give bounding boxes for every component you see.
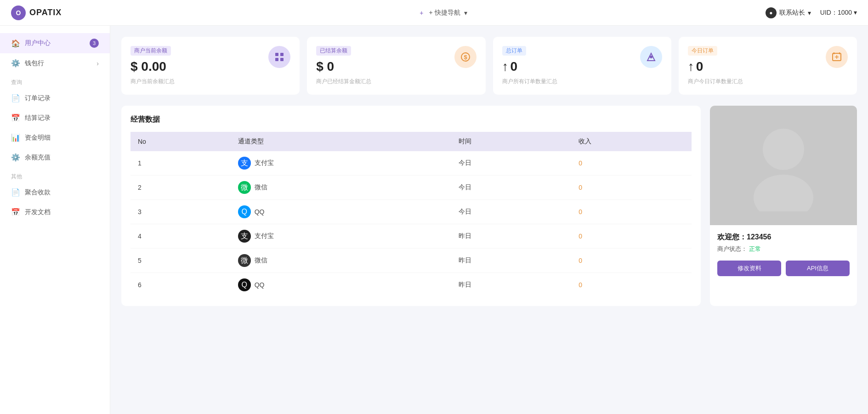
sidebar-label-dev-docs: 开发文档 — [25, 208, 51, 216]
sidebar-label-wallet: 钱包行 — [25, 59, 44, 68]
sidebar-item-aggregate[interactable]: 📄 聚合收款 — [0, 182, 110, 202]
settlement-icon: 📅 — [11, 113, 20, 122]
sidebar-label-settlement: 结算记录 — [25, 114, 51, 122]
cell-income: 0 — [571, 151, 692, 176]
sidebar-item-funds[interactable]: 📊 资金明细 — [0, 128, 110, 147]
stats-row: 商户当前余额 $ 0.00 商户当前余额汇总 已结算余额 $ 0 商户已经结算金… — [121, 37, 857, 95]
profile-card: 欢迎您：123456 商户状态： 正常 修改资料 API信息 — [710, 106, 857, 306]
quick-nav-label: + 快捷导航 — [429, 9, 460, 17]
sidebar-label-recharge: 余额充值 — [25, 153, 51, 162]
channel-name: 微信 — [255, 256, 267, 265]
aggregate-icon: 📄 — [11, 188, 20, 197]
channel-name: QQ — [255, 208, 265, 216]
sidebar-item-wallet[interactable]: ⚙️ 钱包行 › — [0, 53, 110, 73]
stat-desc-balance: 商户当前余额汇总 — [130, 78, 290, 85]
sidebar-badge-user-center: 3 — [90, 39, 99, 48]
cell-time: 昨日 — [451, 224, 572, 249]
section-label-query: 查询 — [0, 73, 110, 88]
contact-arrow-icon: ▾ — [808, 9, 811, 17]
home-icon: 🏠 — [11, 39, 20, 48]
svg-rect-1 — [280, 53, 284, 56]
quick-nav[interactable]: + + 快捷导航 ▾ — [420, 9, 467, 17]
cell-no: 6 — [130, 273, 231, 297]
channel-icon-alipay: 支 — [238, 157, 251, 170]
cell-time: 今日 — [451, 200, 572, 224]
table-row: 3 Q QQ 今日 0 — [130, 200, 692, 224]
stat-value-total-orders: ↑ 0 — [502, 59, 662, 74]
stat-tag-balance: 商户当前余额 — [130, 46, 171, 56]
sidebar-item-recharge[interactable]: ⚙️ 余额充值 — [0, 147, 110, 167]
status-value: 正常 — [749, 245, 761, 252]
cell-no: 3 — [130, 200, 231, 224]
cell-no: 5 — [130, 249, 231, 273]
main-content: 商户当前余额 $ 0.00 商户当前余额汇总 已结算余额 $ 0 商户已经结算金… — [110, 26, 868, 414]
channel-cell: 微 微信 — [238, 254, 444, 267]
api-info-button[interactable]: API信息 — [786, 261, 850, 276]
channel-icon-zfb-dark: 支 — [238, 230, 251, 243]
channel-icon-wx-dark: 微 — [238, 254, 251, 267]
cell-no: 1 — [130, 151, 231, 176]
stat-desc-settled: 商户已经结算金额汇总 — [316, 78, 476, 85]
table-section: 经营数据 No 通道类型 时间 收入 1 支 — [121, 106, 701, 306]
channel-name: 微信 — [255, 183, 267, 192]
section-label-other: 其他 — [0, 167, 110, 182]
contact-label: 联系站长 — [779, 9, 805, 17]
uid-display[interactable]: UID：1000 ▾ — [820, 9, 857, 17]
uid-label: UID：1000 — [820, 9, 852, 16]
stat-card-settled: 已结算余额 $ 0 商户已经结算金额汇总 $ — [307, 37, 485, 95]
stat-icon-total-orders — [640, 46, 662, 68]
stat-desc-total-orders: 商户所有订单数量汇总 — [502, 78, 662, 85]
sidebar-item-dev-docs[interactable]: 📅 开发文档 — [0, 202, 110, 222]
contact-icon: ● — [766, 7, 777, 18]
table-row: 1 支 支付宝 今日 0 — [130, 151, 692, 176]
arrow-up-total-icon: ↑ — [502, 59, 509, 74]
stat-tag-total-orders: 总订单 — [502, 46, 526, 56]
contact-button[interactable]: ● 联系站长 ▾ — [766, 7, 811, 18]
stat-tag-today-orders: 今日订单 — [688, 46, 717, 56]
stat-icon-settled: $ — [454, 46, 477, 68]
cell-channel: 微 微信 — [231, 249, 451, 273]
recharge-icon: ⚙️ — [11, 153, 20, 162]
dev-docs-icon: 📅 — [11, 208, 20, 216]
channel-cell: 微 微信 — [238, 181, 444, 194]
stat-value-today-orders: ↑ 0 — [688, 59, 848, 74]
avatar-svg — [747, 119, 820, 211]
uid-arrow-icon: ▾ — [854, 9, 857, 16]
col-income: 收入 — [571, 132, 692, 151]
sidebar-item-settlement[interactable]: 📅 结算记录 — [0, 108, 110, 128]
table-row: 2 微 微信 今日 0 — [130, 176, 692, 200]
sidebar-item-orders[interactable]: 📄 订单记录 — [0, 88, 110, 108]
sidebar-item-user-center[interactable]: 🏠 用户中心 3 — [0, 33, 110, 53]
table-row: 5 微 微信 昨日 0 — [130, 249, 692, 273]
channel-cell: Q QQ — [238, 205, 444, 218]
sidebar-label-orders: 订单记录 — [25, 94, 51, 102]
svg-text:$: $ — [464, 54, 467, 61]
arrow-up-today-icon: ↑ — [688, 59, 694, 74]
logo-icon: O — [11, 6, 26, 20]
cell-channel: Q QQ — [231, 273, 451, 297]
sidebar-label-funds: 资金明细 — [25, 134, 51, 142]
sidebar-label-user-center: 用户中心 — [25, 39, 51, 47]
svg-point-9 — [754, 175, 813, 211]
col-no: No — [130, 132, 231, 151]
edit-profile-button[interactable]: 修改资料 — [717, 261, 781, 276]
channel-icon-qq: Q — [238, 205, 251, 218]
col-channel: 通道类型 — [231, 132, 451, 151]
sidebar: 🏠 用户中心 3 ⚙️ 钱包行 › 查询 📄 订单记录 📅 结算记录 📊 资金明… — [0, 26, 110, 414]
logo-text: OPATIX — [29, 8, 62, 17]
profile-avatar-area — [710, 106, 857, 225]
svg-point-8 — [763, 129, 804, 170]
stat-desc-today-orders: 商户今日订单数量汇总 — [688, 78, 848, 85]
cell-no: 2 — [130, 176, 231, 200]
stat-value-settled: $ 0 — [316, 59, 476, 74]
cell-income: 0 — [571, 224, 692, 249]
channel-name: QQ — [255, 281, 265, 289]
wallet-icon: ⚙️ — [11, 59, 20, 68]
channel-name: 支付宝 — [255, 232, 274, 240]
status-label: 商户状态： — [717, 245, 747, 252]
content-row: 经营数据 No 通道类型 时间 收入 1 支 — [121, 106, 857, 306]
cell-income: 0 — [571, 200, 692, 224]
stat-icon-balance — [268, 46, 290, 68]
cell-time: 昨日 — [451, 273, 572, 297]
cell-income: 0 — [571, 273, 692, 297]
